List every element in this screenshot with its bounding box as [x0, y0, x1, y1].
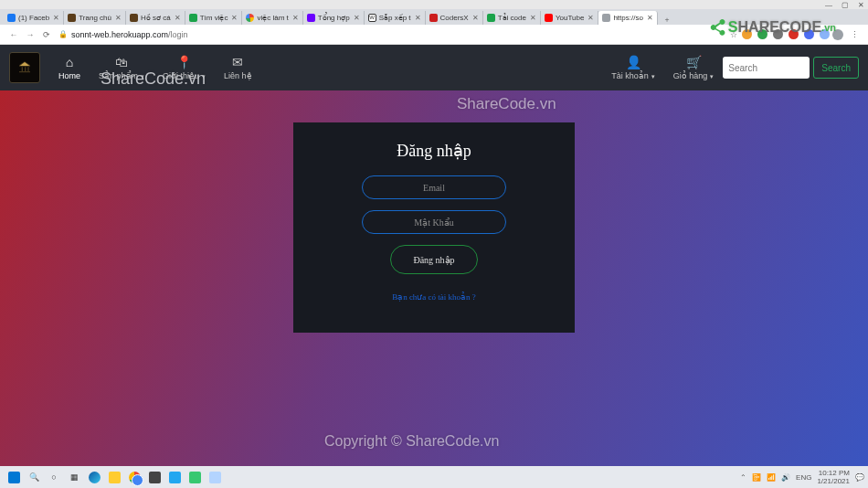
tab-close-icon[interactable]: ✕ — [175, 14, 181, 22]
url-path: /login — [168, 30, 188, 39]
url-host: sonnt-web.herokuapp.com — [71, 30, 168, 39]
tab-favicon — [429, 14, 438, 22]
tab-favicon — [68, 14, 76, 22]
browser-tab[interactable]: https://so✕ — [598, 11, 657, 25]
taskbar-app-edge[interactable] — [86, 469, 102, 485]
taskbar-app-chrome[interactable] — [126, 469, 143, 485]
browser-tab[interactable]: (1) Faceb✕ — [4, 11, 64, 25]
nav-item-home[interactable]: ⌂Home — [58, 56, 80, 80]
search-input[interactable] — [723, 57, 810, 79]
task-view-icon[interactable]: ▦ — [66, 469, 82, 485]
tab-close-icon[interactable]: ✕ — [415, 14, 421, 22]
nav-icon: 📍 — [176, 56, 192, 69]
login-submit-button[interactable]: Đăng nhập — [390, 245, 478, 274]
site-logo[interactable] — [9, 52, 40, 83]
nav-item-liên hệ[interactable]: ✉Liên hệ — [224, 56, 252, 80]
nav-label: Sản phẩm▾ — [99, 71, 144, 80]
browser-tab-strip: (1) Faceb✕Trang chú✕Hồ sơ cá✕Tìm việc✕vi… — [0, 9, 868, 25]
tab-label: CodersX — [440, 14, 469, 22]
signup-link[interactable]: Bạn chưa có tài khoản ? — [392, 292, 476, 302]
nav-back-button[interactable]: ← — [8, 30, 19, 39]
tab-close-icon[interactable]: ✕ — [647, 14, 653, 22]
email-field[interactable] — [362, 175, 506, 199]
system-tray: ⌃ 📴 📶 🔊 ENG 10:12 PM 1/21/2021 💬 — [740, 469, 864, 485]
nav-cart[interactable]: 🛒 Giỏ hàng▾ — [673, 56, 715, 80]
tab-favicon — [130, 14, 138, 22]
nav-item-sản phẩm[interactable]: 🛍Sản phẩm▾ — [99, 56, 144, 80]
extension-icon[interactable] — [742, 29, 752, 39]
tab-close-icon[interactable]: ✕ — [292, 14, 299, 22]
nav-account[interactable]: 👤 Tài khoản▾ — [611, 56, 655, 80]
tray-network-icon[interactable]: 📶 — [767, 473, 776, 482]
tab-close-icon[interactable]: ✕ — [53, 14, 59, 22]
nav-item-giới thiệu[interactable]: 📍Giới thiệu▾ — [163, 56, 206, 80]
browser-tab[interactable]: Tổng hợp✕ — [303, 11, 365, 25]
tab-close-icon[interactable]: ✕ — [530, 14, 536, 22]
taskbar-app-unknown[interactable] — [206, 469, 223, 485]
nav-label: Home — [58, 71, 80, 80]
taskbar-app-explorer[interactable] — [106, 469, 122, 485]
watermark-copyright: Copyright © ShareCode.vn — [324, 433, 499, 450]
tab-close-icon[interactable]: ✕ — [587, 14, 594, 22]
nav-label: Giới thiệu▾ — [163, 71, 206, 80]
window-max-button[interactable]: ▢ — [842, 1, 849, 9]
tab-label: Trang chú — [79, 14, 111, 22]
extension-icon[interactable] — [820, 29, 830, 39]
tab-favicon — [189, 14, 197, 22]
tab-label: Tổng hợp — [318, 14, 350, 22]
taskbar-search-icon[interactable]: 🔍 — [26, 469, 42, 485]
tab-close-icon[interactable]: ✕ — [115, 14, 122, 22]
tab-favicon — [7, 14, 16, 22]
tab-label: Sắp xếp t — [379, 14, 411, 22]
tray-language[interactable]: ENG — [796, 473, 811, 482]
password-field[interactable] — [362, 210, 506, 234]
watermark-text: ShareCode.vn — [457, 95, 556, 113]
browser-tab[interactable]: Tìm việc✕ — [185, 11, 243, 25]
search-form: Search — [723, 57, 859, 79]
chevron-down-icon: ▾ — [202, 73, 206, 80]
browser-tab[interactable]: YouTube✕ — [541, 11, 598, 25]
browser-tab[interactable]: Hồ sơ cá✕ — [126, 11, 185, 25]
tab-favicon — [307, 14, 315, 22]
nav-reload-button[interactable]: ⟳ — [41, 30, 52, 39]
tray-volume-icon[interactable]: 🔊 — [781, 473, 790, 482]
browser-tab[interactable]: việc làm t✕ — [242, 11, 302, 25]
windows-taskbar: 🔍 ○ ▦ ⌃ 📴 📶 🔊 ENG 10:12 PM 1/21/2021 💬 — [0, 466, 868, 488]
notifications-icon[interactable]: 💬 — [855, 473, 864, 482]
cortana-icon[interactable]: ○ — [46, 469, 62, 485]
browser-tab[interactable]: Trang chú✕ — [64, 11, 126, 25]
nav-forward-button[interactable]: → — [25, 30, 36, 39]
chrome-menu-button[interactable]: ⋮ — [849, 30, 860, 39]
tab-close-icon[interactable]: ✕ — [231, 14, 238, 22]
tab-label: YouTube — [556, 14, 584, 22]
taskbar-app-unknown[interactable] — [146, 469, 163, 485]
tab-label: https://so — [613, 14, 642, 22]
tray-chevron-icon[interactable]: ⌃ — [740, 473, 746, 482]
browser-tab[interactable]: CodersX✕ — [426, 11, 483, 25]
start-button[interactable] — [5, 469, 22, 485]
window-close-button[interactable]: ✕ — [858, 1, 864, 9]
taskbar-app-vscode[interactable] — [166, 469, 183, 485]
page-viewport: SHARECODE.vn ⌂Home🛍Sản phẩm▾📍Giới thiệu▾… — [0, 45, 868, 466]
address-bar[interactable]: sonnt-web.herokuapp.com/login — [71, 30, 725, 39]
taskbar-app-unknown[interactable] — [186, 469, 203, 485]
window-min-button[interactable]: — — [825, 1, 832, 9]
new-tab-button[interactable]: ＋ — [658, 15, 676, 25]
tab-label: Tải code — [498, 14, 526, 22]
profile-avatar[interactable] — [832, 29, 843, 40]
extension-icon[interactable] — [773, 29, 783, 39]
tab-close-icon[interactable]: ✕ — [354, 14, 360, 22]
user-icon: 👤 — [626, 56, 641, 69]
tray-power-icon[interactable]: 📴 — [752, 473, 761, 482]
extension-icon[interactable] — [757, 29, 767, 39]
tab-label: Hồ sơ cá — [141, 14, 171, 22]
extension-icon[interactable] — [804, 29, 814, 39]
bookmark-star-icon[interactable]: ☆ — [728, 30, 739, 39]
tab-close-icon[interactable]: ✕ — [472, 14, 479, 22]
browser-tab[interactable]: Tải code✕ — [483, 11, 541, 25]
browser-tab[interactable]: WSắp xếp t✕ — [365, 11, 426, 25]
search-button[interactable]: Search — [813, 57, 859, 79]
extensions-area — [742, 29, 830, 39]
extension-icon[interactable] — [789, 29, 799, 39]
taskbar-clock[interactable]: 10:12 PM 1/21/2021 — [817, 469, 850, 485]
